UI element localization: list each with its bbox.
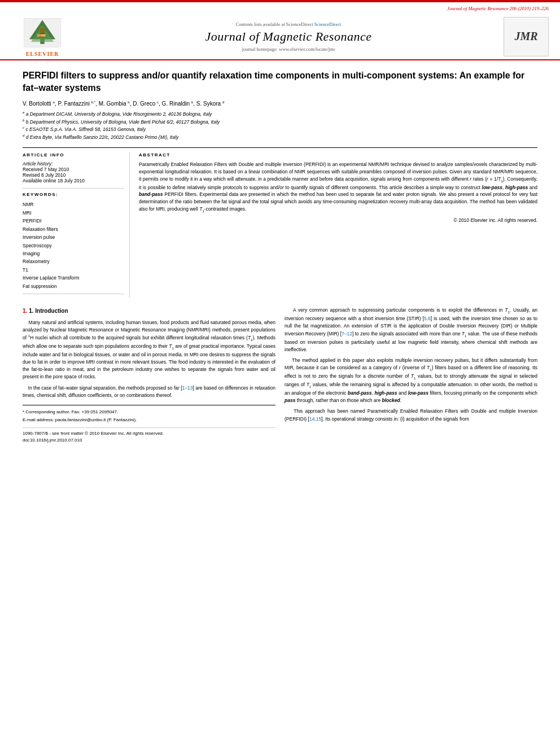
keywords-label: Keywords: (23, 192, 124, 197)
affiliation-a: a a Department DICAM, University of Bolo… (23, 110, 537, 118)
keyword-t1: T1 (23, 266, 124, 274)
affiliations: a a Department DICAM, University of Bolo… (23, 110, 537, 141)
body-col-right: A very common approach to suppressing pa… (285, 307, 537, 444)
section1-num: 1. (23, 308, 27, 314)
jmr-logo: JMR (504, 17, 549, 56)
keyword-relaxometry: Relaxometry (23, 257, 124, 265)
divider (23, 188, 124, 189)
keyword-relaxation-filters: Relaxation filters (23, 225, 124, 233)
journal-title: Journal of Magnetic Resonance (79, 29, 498, 44)
divider-2 (23, 294, 124, 294)
keyword-imaging: Imaging (23, 250, 124, 257)
body-col-left: 1. 1. Introduction Many natural and arti… (23, 307, 275, 444)
sciencedirect-line: Contents lists available at ScienceDirec… (79, 21, 498, 27)
authors: V. Bortolotti a, P. Fantazzini b,*, M. G… (23, 101, 537, 107)
copyright: © 2010 Elsevier Inc. All rights reserved… (139, 217, 537, 223)
affiliation-c: c c ESAOTE S.p.A. Via A. Siffredi 58, 16… (23, 125, 537, 133)
article-info-abstract: ARTICLE INFO Article history: Received 7… (23, 147, 537, 298)
elsevier-tree-icon (20, 16, 65, 50)
svg-rect-7 (41, 34, 45, 37)
abstract-col: ABSTRACT Parametrically Enabled Relaxati… (139, 152, 537, 298)
article-info-col: ARTICLE INFO Article history: Received 7… (23, 152, 130, 298)
journal-reference: Journal of Magnetic Resonance 206 (2010)… (11, 6, 549, 11)
article-history: Article history: Received 7 May 2010 Rev… (23, 161, 124, 184)
body-para-right-1: A very common approach to suppressing pa… (285, 307, 537, 353)
body-para-right-3: This approach has been named Parametrica… (285, 408, 537, 422)
elsevier-label: ELSEVIER (26, 51, 59, 57)
footnote-corresponding: * Corresponding author. Fax: +39 051 209… (23, 409, 275, 416)
sciencedirect-link[interactable]: ScienceDirect (314, 21, 342, 27)
body-para-right-2: The method applied in this paper also ex… (285, 357, 537, 404)
keyword-perfidi: PERFIDI (23, 217, 124, 225)
keyword-ilt: Inverse Laplace Transform (23, 274, 124, 282)
abstract-label: ABSTRACT (139, 152, 537, 158)
issn-line: 1090-7807/$ - see front matter © 2010 El… (23, 427, 275, 444)
history-label: Article history: (23, 161, 124, 167)
footnote-area: * Corresponding author. Fax: +39 051 209… (23, 405, 275, 444)
affiliation-b: b b Department of Physics, University of… (23, 118, 537, 126)
keyword-inversion-pulse: Inversion pulse (23, 233, 124, 241)
article-title: PERFIDI filters to suppress and/or quant… (23, 69, 537, 95)
keyword-spectroscopy: Spectroscopy (23, 242, 124, 250)
elsevier-logo: ELSEVIER (11, 16, 73, 57)
keyword-fat-suppression: Fat suppression (23, 282, 124, 290)
affiliation-d: d d Extra Byte, Via Raffaello Sanzio 22/… (23, 133, 537, 141)
body-para-2: In the case of fat–water signal separati… (23, 385, 275, 399)
svg-rect-6 (37, 34, 41, 37)
keyword-nmr: NMR (23, 200, 124, 208)
svg-point-4 (40, 28, 45, 33)
journal-homepage: journal homepage: www.elsevier.com/locat… (79, 46, 498, 52)
article-info-label: ARTICLE INFO (23, 152, 124, 158)
history-revised: Revised 8 July 2010 (23, 172, 124, 178)
section1-heading: 1. 1. Introduction (23, 307, 275, 316)
main-content: PERFIDI filters to suppress and/or quant… (0, 60, 560, 455)
body-para-1: Many natural and artificial systems, inc… (23, 319, 275, 381)
journal-header: Journal of Magnetic Resonance 206 (2010)… (0, 2, 560, 60)
history-received: Received 7 May 2010 (23, 167, 124, 172)
header-center: Contents lists available at ScienceDirec… (73, 21, 504, 52)
keyword-mri: MRI (23, 209, 124, 217)
footnote-email: E-mail address: paola.fantazzini@unibo.i… (23, 417, 275, 423)
abstract-text: Parametrically Enabled Relaxation Filter… (139, 161, 537, 213)
header-main: ELSEVIER Contents lists available at Sci… (11, 14, 549, 59)
body-text: 1. 1. Introduction Many natural and arti… (23, 307, 537, 444)
keywords-list: NMR MRI PERFIDI Relaxation filters Inver… (23, 200, 124, 290)
history-available: Available online 18 July 2010 (23, 178, 124, 184)
